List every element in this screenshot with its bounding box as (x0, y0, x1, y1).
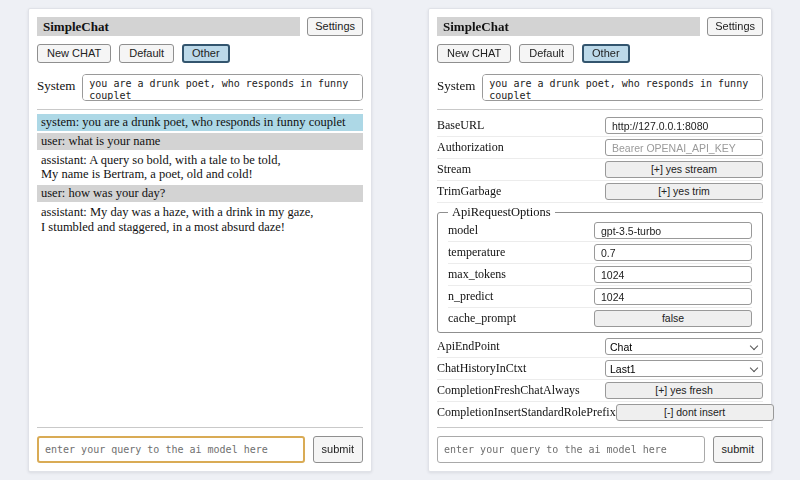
setting-row-completioninsertstandardroleprefix: CompletionInsertStandardRolePrefix [-] d… (437, 402, 763, 423)
setting-row-authorization: Authorization (437, 137, 763, 159)
titlebar: SimpleChat Settings (37, 17, 363, 36)
settings-panel: SimpleChat Settings New CHAT Default Oth… (428, 8, 772, 472)
setting-label: n_predict (448, 289, 594, 304)
setting-row-cache-prompt: cache_prompt false (448, 308, 752, 329)
query-input[interactable] (437, 436, 705, 463)
chat-message-assistant: assistant: A query so bold, with a tale … (37, 152, 363, 184)
api-endpoint-select[interactable]: Chat (605, 338, 763, 355)
divider (37, 109, 363, 110)
settings-button[interactable]: Settings (707, 17, 763, 36)
completion-fresh-chat-toggle-button[interactable]: [+] yes fresh (605, 382, 763, 399)
setting-label: max_tokens (448, 267, 594, 282)
system-prompt-row: System you are a drunk poet, who respond… (437, 74, 763, 101)
session-button-other[interactable]: Other (582, 44, 630, 63)
system-prompt-input[interactable]: you are a drunk poet, who responds in fu… (482, 74, 763, 101)
setting-row-trimgarbage: TrimGarbage [+] yes trim (437, 181, 763, 203)
session-buttons: New CHAT Default Other (437, 44, 763, 63)
setting-row-completionfreshchatalways: CompletionFreshChatAlways [+] yes fresh (437, 380, 763, 402)
submit-button[interactable]: submit (713, 436, 763, 463)
setting-label: ApiEndPoint (437, 339, 605, 354)
session-button-new-chat[interactable]: New CHAT (37, 44, 111, 63)
system-label: System (37, 74, 75, 94)
stream-toggle-button[interactable]: [+] yes stream (605, 161, 763, 178)
setting-row-model: model (448, 220, 752, 242)
app-title: SimpleChat (437, 17, 700, 36)
query-input[interactable] (37, 436, 305, 463)
chat-messages: system: you are a drunk poet, who respon… (37, 114, 363, 237)
session-button-other[interactable]: Other (182, 44, 230, 63)
app-title: SimpleChat (37, 17, 300, 36)
baseurl-input[interactable] (605, 117, 763, 134)
setting-label: CompletionInsertStandardRolePrefix (437, 405, 616, 420)
setting-label: temperature (448, 245, 594, 260)
system-label: System (437, 74, 475, 94)
authorization-input[interactable] (605, 139, 763, 156)
setting-label: cache_prompt (448, 311, 594, 326)
setting-label: ChatHistoryInCtxt (437, 361, 605, 376)
setting-row-max-tokens: max_tokens (448, 264, 752, 286)
setting-row-apiendpoint: ApiEndPoint Chat (437, 336, 763, 358)
chat-history-in-ctxt-select[interactable]: Last1 (605, 360, 763, 377)
submit-button[interactable]: submit (313, 436, 363, 463)
setting-row-baseurl: BaseURL (437, 115, 763, 137)
setting-label: CompletionFreshChatAlways (437, 383, 605, 398)
session-buttons: New CHAT Default Other (37, 44, 363, 63)
session-button-default[interactable]: Default (519, 44, 574, 63)
completion-insert-role-prefix-toggle-button[interactable]: [-] dont insert (616, 404, 774, 421)
setting-row-stream: Stream [+] yes stream (437, 159, 763, 181)
query-row: submit (37, 427, 363, 463)
setting-row-n-predict: n_predict (448, 286, 752, 308)
session-button-new-chat[interactable]: New CHAT (437, 44, 511, 63)
setting-label: model (448, 223, 594, 238)
temperature-input[interactable] (594, 244, 752, 261)
session-button-default[interactable]: Default (119, 44, 174, 63)
divider (437, 109, 763, 110)
model-input[interactable] (594, 222, 752, 239)
chat-panel: SimpleChat Settings New CHAT Default Oth… (28, 8, 372, 472)
setting-label: BaseURL (437, 118, 605, 133)
chat-message-assistant: assistant: My day was a haze, with a dri… (37, 204, 363, 236)
setting-row-temperature: temperature (448, 242, 752, 264)
system-prompt-input[interactable]: you are a drunk poet, who responds in fu… (82, 74, 363, 101)
chat-message-user: user: what is your name (37, 133, 363, 150)
settings-button[interactable]: Settings (307, 17, 363, 36)
n-predict-input[interactable] (594, 288, 752, 305)
settings-form: BaseURL Authorization Stream [+] yes str… (437, 115, 763, 423)
setting-label: TrimGarbage (437, 184, 605, 199)
setting-row-chathistoryinctxt: ChatHistoryInCtxt Last1 (437, 358, 763, 380)
chat-message-system: system: you are a drunk poet, who respon… (37, 114, 363, 131)
setting-label: Stream (437, 162, 605, 177)
max-tokens-input[interactable] (594, 266, 752, 283)
api-request-options-legend: ApiRequestOptions (448, 205, 555, 220)
chat-message-user: user: how was your day? (37, 185, 363, 202)
query-row: submit (437, 427, 763, 463)
setting-label: Authorization (437, 140, 605, 155)
api-request-options-fieldset: ApiRequestOptions model temperature max_… (437, 205, 763, 333)
trimgarbage-toggle-button[interactable]: [+] yes trim (605, 183, 763, 200)
system-prompt-row: System you are a drunk poet, who respond… (37, 74, 363, 101)
app-root: SimpleChat Settings New CHAT Default Oth… (0, 0, 800, 480)
titlebar: SimpleChat Settings (437, 17, 763, 36)
cache-prompt-toggle-button[interactable]: false (594, 310, 752, 327)
